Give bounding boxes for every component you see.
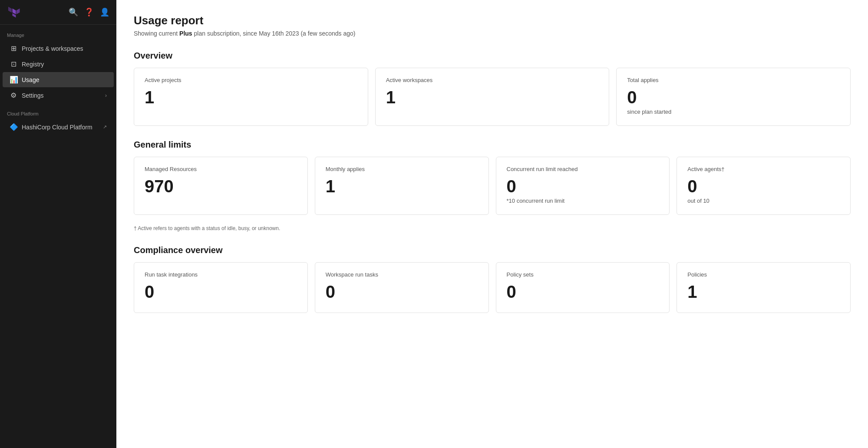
sidebar-item-registry[interactable]: ⊡ Registry xyxy=(3,56,114,72)
policy-sets-value: 0 xyxy=(507,283,659,300)
overview-section: Overview Active projects 1 Active worksp… xyxy=(134,51,851,126)
managed-resources-value: 970 xyxy=(145,178,297,195)
settings-icon: ⚙ xyxy=(10,91,17,99)
search-icon[interactable]: 🔍 xyxy=(69,7,78,17)
sidebar-item-usage-label: Usage xyxy=(22,76,39,83)
compliance-overview-title: Compliance overview xyxy=(134,245,851,255)
sidebar-logo xyxy=(7,5,21,19)
total-applies-label: Total applies xyxy=(627,77,840,83)
monthly-applies-value: 1 xyxy=(326,178,478,195)
active-projects-card: Active projects 1 xyxy=(134,68,368,126)
overview-cards: Active projects 1 Active workspaces 1 To… xyxy=(134,68,851,126)
active-agents-card: Active agents† 0 out of 10 xyxy=(677,157,851,215)
page-title: Usage report xyxy=(134,14,851,27)
user-avatar[interactable]: 👤 xyxy=(100,7,109,17)
active-workspaces-value: 1 xyxy=(386,89,599,106)
general-limits-cards: Managed Resources 970 Monthly applies 1 … xyxy=(134,157,851,215)
terraform-logo-icon xyxy=(7,5,21,19)
registry-icon: ⊡ xyxy=(10,60,17,68)
sidebar-item-projects-label: Projects & workspaces xyxy=(22,45,83,52)
total-applies-card: Total applies 0 since plan started xyxy=(616,68,851,126)
subtitle-suffix: plan subscription, since May 16th 2023 (… xyxy=(192,30,356,37)
concurrent-run-limit-subtext: *10 concurrent run limit xyxy=(507,198,659,204)
total-applies-subtext: since plan started xyxy=(627,109,840,115)
cloud-platform-section: Cloud Platform 🔷 HashiCorp Cloud Platfor… xyxy=(0,103,116,135)
sidebar-header: 🔍 ❓ 👤 xyxy=(0,0,116,25)
run-task-integrations-value: 0 xyxy=(145,283,297,300)
active-projects-label: Active projects xyxy=(145,77,357,83)
managed-resources-label: Managed Resources xyxy=(145,166,297,172)
cloud-platform-label: Cloud Platform xyxy=(0,103,116,119)
usage-icon: 📊 xyxy=(10,76,17,84)
monthly-applies-card: Monthly applies 1 xyxy=(315,157,489,215)
page-subtitle: Showing current Plus plan subscription, … xyxy=(134,30,851,37)
manage-section: Manage ⊞ Projects & workspaces ⊡ Registr… xyxy=(0,25,116,103)
concurrent-run-limit-value: 0 xyxy=(507,178,659,195)
managed-resources-card: Managed Resources 970 xyxy=(134,157,308,215)
workspace-run-tasks-label: Workspace run tasks xyxy=(326,271,478,278)
external-link-icon: ↗ xyxy=(103,124,107,130)
active-agents-label: Active agents† xyxy=(687,166,840,172)
compliance-overview-section: Compliance overview Run task integration… xyxy=(134,245,851,313)
concurrent-run-limit-card: Concurrent run limit reached 0 *10 concu… xyxy=(496,157,670,215)
policies-value: 1 xyxy=(687,283,840,300)
policy-sets-card: Policy sets 0 xyxy=(496,262,670,313)
active-agents-value: 0 xyxy=(687,178,840,195)
active-agents-subtext: out of 10 xyxy=(687,198,840,204)
sidebar-item-hashicorp-cloud[interactable]: 🔷 HashiCorp Cloud Platform ↗ xyxy=(3,119,114,135)
sidebar-item-usage[interactable]: 📊 Usage xyxy=(3,72,114,87)
active-projects-value: 1 xyxy=(145,89,357,106)
monthly-applies-label: Monthly applies xyxy=(326,166,478,172)
projects-icon: ⊞ xyxy=(10,44,17,53)
run-task-integrations-card: Run task integrations 0 xyxy=(134,262,308,313)
help-icon[interactable]: ❓ xyxy=(84,7,94,17)
overview-title: Overview xyxy=(134,51,851,61)
subtitle-prefix: Showing current xyxy=(134,30,179,37)
sidebar-header-icons: 🔍 ❓ 👤 xyxy=(69,7,109,17)
general-limits-section: General limits Managed Resources 970 Mon… xyxy=(134,140,851,231)
sidebar: 🔍 ❓ 👤 Manage ⊞ Projects & workspaces ⊡ R… xyxy=(0,0,116,448)
workspace-run-tasks-value: 0 xyxy=(326,283,478,300)
workspace-run-tasks-card: Workspace run tasks 0 xyxy=(315,262,489,313)
sidebar-item-settings-label: Settings xyxy=(22,92,44,99)
compliance-overview-cards: Run task integrations 0 Workspace run ta… xyxy=(134,262,851,313)
sidebar-item-projects-workspaces[interactable]: ⊞ Projects & workspaces xyxy=(3,41,114,56)
total-applies-value: 0 xyxy=(627,89,840,106)
run-task-integrations-label: Run task integrations xyxy=(145,271,297,278)
hashicorp-cloud-icon: 🔷 xyxy=(10,123,17,131)
chevron-right-icon: › xyxy=(105,92,107,99)
policies-label: Policies xyxy=(687,271,840,278)
policies-card: Policies 1 xyxy=(677,262,851,313)
active-workspaces-card: Active workspaces 1 xyxy=(375,68,610,126)
policy-sets-label: Policy sets xyxy=(507,271,659,278)
general-limits-title: General limits xyxy=(134,140,851,150)
sidebar-item-hashicorp-label: HashiCorp Cloud Platform xyxy=(22,124,92,131)
concurrent-run-limit-label: Concurrent run limit reached xyxy=(507,166,659,172)
manage-section-label: Manage xyxy=(0,25,116,40)
general-limits-footnote: † Active refers to agents with a status … xyxy=(134,225,851,231)
sidebar-item-settings[interactable]: ⚙ Settings › xyxy=(3,88,114,103)
subtitle-plan: Plus xyxy=(179,30,192,37)
sidebar-item-registry-label: Registry xyxy=(22,61,44,68)
active-workspaces-label: Active workspaces xyxy=(386,77,599,83)
main-content: Usage report Showing current Plus plan s… xyxy=(116,0,868,448)
